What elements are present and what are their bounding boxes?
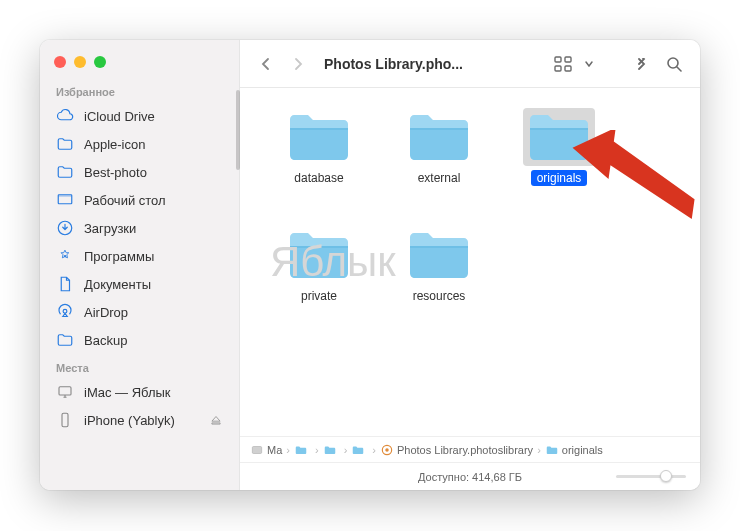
eject-icon[interactable] <box>209 413 223 427</box>
folder-icon <box>283 108 355 166</box>
svg-rect-10 <box>565 66 571 71</box>
imac-icon <box>56 383 74 401</box>
sidebar-item-iphone[interactable]: iPhone (Yablyk) <box>46 406 233 434</box>
svg-rect-5 <box>59 387 71 395</box>
folder-external[interactable]: external <box>384 108 494 218</box>
path-crumb[interactable] <box>294 443 311 457</box>
crumb-label: originals <box>562 444 603 456</box>
path-bar[interactable]: Ma››››Photos Library.photoslibrary›origi… <box>240 436 700 462</box>
finder-window: Избранное iCloud Drive Apple-icon Best-p… <box>40 40 700 490</box>
sidebar-locations-list: iMac — Яблык iPhone (Yablyk) <box>40 378 239 434</box>
search-button[interactable] <box>662 52 686 76</box>
chevron-right-icon: › <box>286 444 290 456</box>
sidebar-item-downloads[interactable]: Загрузки <box>46 214 233 242</box>
minimize-button[interactable] <box>74 56 86 68</box>
crumb-label: Ma <box>267 444 282 456</box>
sidebar-item-desktop[interactable]: Рабочий стол <box>46 186 233 214</box>
icon-size-slider[interactable] <box>616 475 686 478</box>
window-controls <box>40 40 239 78</box>
folder-icon <box>523 108 595 166</box>
chevron-right-icon: › <box>372 444 376 456</box>
crumb-icon <box>545 443 559 457</box>
sidebar-item-best-photo[interactable]: Best-photo <box>46 158 233 186</box>
path-crumb[interactable]: originals <box>545 443 603 457</box>
folder-label: resources <box>407 288 472 304</box>
folder-icon <box>56 163 74 181</box>
sidebar-item-label: Best-photo <box>84 165 147 180</box>
sidebar-item-label: iPhone (Yablyk) <box>84 413 175 428</box>
folder-originals[interactable]: originals <box>504 108 614 218</box>
svg-rect-1 <box>58 195 72 197</box>
sidebar-section-favorites: Избранное <box>40 78 239 102</box>
doc-icon <box>56 275 74 293</box>
forward-button[interactable] <box>286 52 310 76</box>
path-crumb[interactable]: Ma <box>250 443 282 457</box>
svg-rect-8 <box>565 57 571 62</box>
sidebar-item-documents[interactable]: Документы <box>46 270 233 298</box>
close-button[interactable] <box>54 56 66 68</box>
sidebar-item-backup[interactable]: Backup <box>46 326 233 354</box>
status-bar: Доступно: 414,68 ГБ <box>240 462 700 490</box>
sidebar-item-label: Загрузки <box>84 221 136 236</box>
svg-rect-7 <box>555 57 561 62</box>
crumb-icon <box>294 443 308 457</box>
desktop-icon <box>56 191 74 209</box>
sidebar-section-locations: Места <box>40 354 239 378</box>
toolbar: Photos Library.pho... <box>240 40 700 88</box>
zoom-button[interactable] <box>94 56 106 68</box>
cloud-icon <box>56 107 74 125</box>
window-title: Photos Library.pho... <box>324 56 463 72</box>
sidebar-item-airdrop[interactable]: AirDrop <box>46 298 233 326</box>
apps-icon <box>56 247 74 265</box>
chevron-right-icon: › <box>315 444 319 456</box>
path-crumb[interactable]: Photos Library.photoslibrary <box>380 443 533 457</box>
phone-icon <box>56 411 74 429</box>
svg-rect-9 <box>555 66 561 71</box>
folder-icon <box>283 226 355 284</box>
sidebar-item-label: AirDrop <box>84 305 128 320</box>
sidebar-item-label: iMac — Яблык <box>84 385 171 400</box>
sidebar-item-icloud-drive[interactable]: iCloud Drive <box>46 102 233 130</box>
icon-grid[interactable]: Яблык database external originals privat… <box>240 88 700 436</box>
crumb-icon <box>380 443 394 457</box>
sidebar-item-label: iCloud Drive <box>84 109 155 124</box>
folder-resources[interactable]: resources <box>384 226 494 336</box>
folder-icon <box>403 226 475 284</box>
content-area: Photos Library.pho... Яб <box>240 40 700 490</box>
sidebar-item-label: Рабочий стол <box>84 193 166 208</box>
status-text: Доступно: 414,68 ГБ <box>418 471 522 483</box>
view-icon-grid-button[interactable] <box>548 52 580 76</box>
folder-icon <box>56 331 74 349</box>
path-crumb[interactable] <box>351 443 368 457</box>
chevron-right-icon: › <box>344 444 348 456</box>
crumb-label: Photos Library.photoslibrary <box>397 444 533 456</box>
sidebar-item-apple-icon[interactable]: Apple-icon <box>46 130 233 158</box>
folder-database[interactable]: database <box>264 108 374 218</box>
folder-icon <box>403 108 475 166</box>
sidebar-item-imac[interactable]: iMac — Яблык <box>46 378 233 406</box>
folder-label: database <box>288 170 349 186</box>
back-button[interactable] <box>254 52 278 76</box>
svg-rect-6 <box>62 413 68 427</box>
toolbar-overflow-button[interactable] <box>630 52 654 76</box>
view-menu-chevron-icon[interactable] <box>582 52 596 76</box>
crumb-icon <box>351 443 365 457</box>
sidebar-item-label: Apple-icon <box>84 137 145 152</box>
sidebar: Избранное iCloud Drive Apple-icon Best-p… <box>40 40 240 490</box>
crumb-icon <box>323 443 337 457</box>
folder-label: originals <box>531 170 588 186</box>
sidebar-favorites-list: iCloud Drive Apple-icon Best-photo Рабоч… <box>40 102 239 354</box>
folder-label: external <box>412 170 467 186</box>
path-crumb[interactable] <box>323 443 340 457</box>
sidebar-item-applications[interactable]: Программы <box>46 242 233 270</box>
sidebar-item-label: Программы <box>84 249 154 264</box>
chevron-right-icon: › <box>537 444 541 456</box>
airdrop-icon <box>56 303 74 321</box>
svg-point-3 <box>64 255 66 257</box>
download-icon <box>56 219 74 237</box>
crumb-icon <box>250 443 264 457</box>
folder-label: private <box>295 288 343 304</box>
svg-line-12 <box>677 67 681 71</box>
folder-private[interactable]: private <box>264 226 374 336</box>
sidebar-item-label: Документы <box>84 277 151 292</box>
